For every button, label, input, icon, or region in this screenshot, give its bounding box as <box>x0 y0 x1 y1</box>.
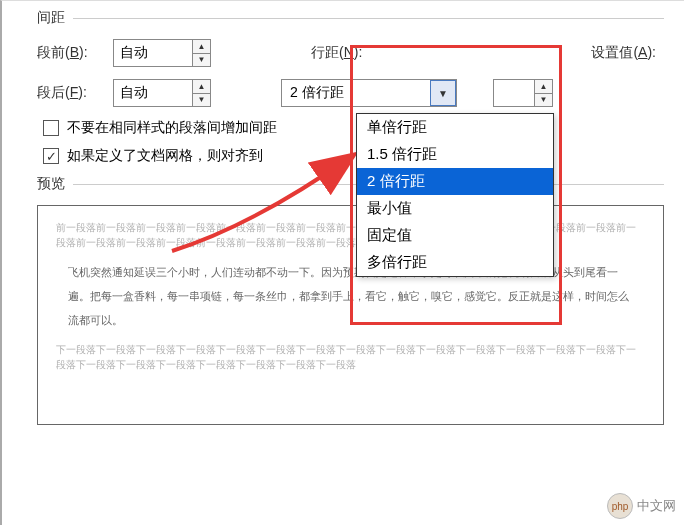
spacing-section-header: 间距 <box>37 9 664 27</box>
checkbox-label: 不要在相同样式的段落间增加间距 <box>67 119 277 137</box>
checkbox-label: 如果定义了文档网格，则对齐到 <box>67 147 263 165</box>
set-value-up[interactable]: ▲ <box>535 80 552 94</box>
space-after-input[interactable] <box>114 80 192 106</box>
preview-title: 预览 <box>37 175 65 193</box>
space-after-down[interactable]: ▼ <box>193 94 210 107</box>
preview-section-header: 预览 <box>37 175 664 193</box>
dropdown-option-single[interactable]: 单倍行距 <box>357 114 553 141</box>
space-before-spinner[interactable]: ▲ ▼ <box>113 39 211 67</box>
space-after-label: 段后(F): <box>37 84 107 102</box>
checkbox-icon[interactable] <box>43 120 59 136</box>
checkbox-snap-to-grid[interactable]: 如果定义了文档网格，则对齐到 <box>43 147 664 165</box>
space-before-up[interactable]: ▲ <box>193 40 210 54</box>
preview-faded-after: 下一段落下一段落下一段落下一段落下一段落下一段落下一段落下一段落下一段落下一段落… <box>56 342 645 372</box>
set-value-spinner[interactable]: ▲ ▼ <box>493 79 553 107</box>
preview-panel: 前一段落前一段落前一段落前一段落前一段落前一段落前一段落前一段落前一段落前一段落… <box>37 205 664 425</box>
checkbox-icon[interactable] <box>43 148 59 164</box>
space-before-input[interactable] <box>114 40 192 66</box>
space-before-down[interactable]: ▼ <box>193 54 210 67</box>
watermark: php 中文网 <box>607 493 676 519</box>
space-before-label: 段前(B): <box>37 44 107 62</box>
space-after-spinner[interactable]: ▲ ▼ <box>113 79 211 107</box>
set-value-label: 设置值(A): <box>591 44 656 62</box>
line-spacing-selected[interactable]: 2 倍行距 <box>282 80 430 106</box>
line-spacing-label: 行距(N): <box>311 44 362 62</box>
dropdown-option-1-5[interactable]: 1.5 倍行距 <box>357 141 553 168</box>
space-after-up[interactable]: ▲ <box>193 80 210 94</box>
checkbox-no-space-same-style[interactable]: 不要在相同样式的段落间增加间距 <box>43 119 664 137</box>
spacing-title: 间距 <box>37 9 65 27</box>
dropdown-option-min[interactable]: 最小值 <box>357 195 553 222</box>
set-value-down[interactable]: ▼ <box>535 94 552 107</box>
preview-faded-before: 前一段落前一段落前一段落前一段落前一段落前一段落前一段落前一段落前一段落前一段落… <box>56 220 645 250</box>
chevron-down-icon[interactable]: ▼ <box>430 80 456 106</box>
line-spacing-dropdown[interactable]: 单倍行距 1.5 倍行距 2 倍行距 最小值 固定值 多倍行距 <box>356 113 554 277</box>
set-value-input[interactable] <box>494 80 534 106</box>
dropdown-option-fixed[interactable]: 固定值 <box>357 222 553 249</box>
line-spacing-select[interactable]: 2 倍行距 ▼ <box>281 79 457 107</box>
dropdown-option-double[interactable]: 2 倍行距 <box>357 168 553 195</box>
dropdown-option-multiple[interactable]: 多倍行距 <box>357 249 553 276</box>
divider <box>73 18 664 19</box>
watermark-text: 中文网 <box>637 497 676 515</box>
php-logo-icon: php <box>607 493 633 519</box>
